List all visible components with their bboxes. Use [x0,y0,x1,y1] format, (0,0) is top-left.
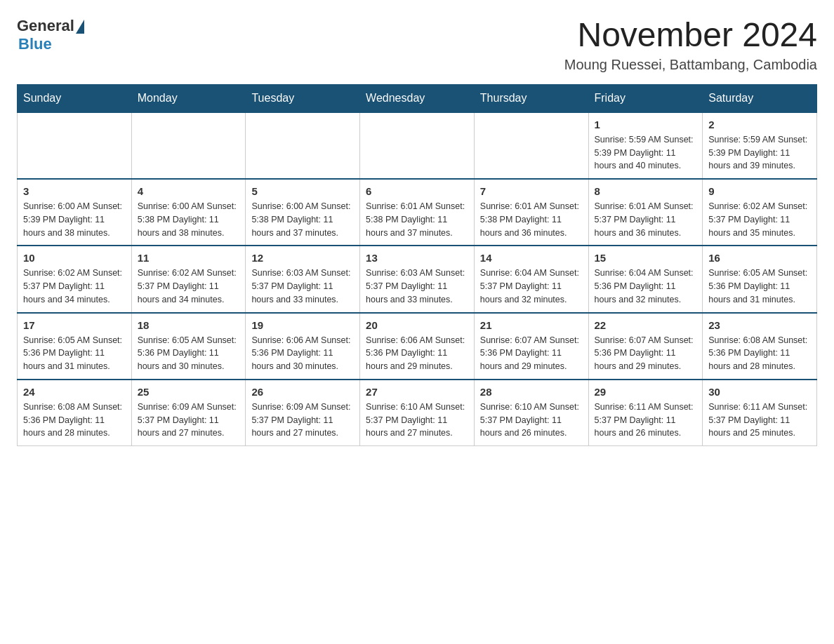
day-info: Sunrise: 6:05 AM Sunset: 5:36 PM Dayligh… [23,334,126,373]
day-info: Sunrise: 6:03 AM Sunset: 5:37 PM Dayligh… [366,267,468,306]
calendar-cell: 7Sunrise: 6:01 AM Sunset: 5:38 PM Daylig… [474,179,588,246]
day-number: 10 [23,252,126,264]
calendar-cell: 3Sunrise: 6:00 AM Sunset: 5:39 PM Daylig… [18,179,132,246]
calendar-header-monday: Monday [131,84,246,112]
calendar-cell: 17Sunrise: 6:05 AM Sunset: 5:36 PM Dayli… [18,313,132,380]
day-info: Sunrise: 6:08 AM Sunset: 5:36 PM Dayligh… [708,334,811,373]
day-number: 4 [138,185,240,197]
calendar-cell: 30Sunrise: 6:11 AM Sunset: 5:37 PM Dayli… [703,380,817,446]
day-info: Sunrise: 6:02 AM Sunset: 5:37 PM Dayligh… [708,200,811,239]
calendar-cell: 15Sunrise: 6:04 AM Sunset: 5:36 PM Dayli… [588,246,703,312]
day-number: 12 [251,252,354,264]
calendar-header-row: SundayMondayTuesdayWednesdayThursdayFrid… [18,84,817,112]
day-number: 27 [366,386,468,398]
day-number: 21 [480,319,583,331]
logo-blue: Blue [18,35,52,53]
day-info: Sunrise: 6:08 AM Sunset: 5:36 PM Dayligh… [23,401,126,440]
calendar-table: SundayMondayTuesdayWednesdayThursdayFrid… [17,84,817,446]
calendar-week-2: 3Sunrise: 6:00 AM Sunset: 5:39 PM Daylig… [18,179,817,246]
calendar-cell: 21Sunrise: 6:07 AM Sunset: 5:36 PM Dayli… [474,313,588,380]
calendar-cell: 26Sunrise: 6:09 AM Sunset: 5:37 PM Dayli… [246,380,360,446]
day-number: 19 [251,319,354,331]
day-number: 22 [595,319,697,331]
calendar-header-wednesday: Wednesday [360,84,475,112]
day-number: 23 [708,319,811,331]
day-number: 9 [708,185,811,197]
day-number: 18 [138,319,240,331]
day-info: Sunrise: 6:03 AM Sunset: 5:37 PM Dayligh… [251,267,354,306]
calendar-week-3: 10Sunrise: 6:02 AM Sunset: 5:37 PM Dayli… [18,246,817,312]
calendar-cell: 14Sunrise: 6:04 AM Sunset: 5:37 PM Dayli… [474,246,588,312]
logo: General Blue [17,17,84,53]
calendar-cell: 29Sunrise: 6:11 AM Sunset: 5:37 PM Dayli… [588,380,703,446]
calendar-cell: 24Sunrise: 6:08 AM Sunset: 5:36 PM Dayli… [18,380,132,446]
calendar-cell: 9Sunrise: 6:02 AM Sunset: 5:37 PM Daylig… [703,179,817,246]
calendar-cell [474,112,588,179]
day-info: Sunrise: 6:04 AM Sunset: 5:37 PM Dayligh… [480,267,583,306]
day-info: Sunrise: 6:05 AM Sunset: 5:36 PM Dayligh… [138,334,240,373]
day-number: 13 [366,252,468,264]
calendar-cell: 2Sunrise: 5:59 AM Sunset: 5:39 PM Daylig… [703,112,817,179]
day-info: Sunrise: 6:10 AM Sunset: 5:37 PM Dayligh… [366,401,468,440]
calendar-cell: 20Sunrise: 6:06 AM Sunset: 5:36 PM Dayli… [360,313,475,380]
calendar-cell [360,112,475,179]
calendar-cell: 18Sunrise: 6:05 AM Sunset: 5:36 PM Dayli… [131,313,246,380]
day-info: Sunrise: 6:04 AM Sunset: 5:36 PM Dayligh… [595,267,697,306]
calendar-cell: 28Sunrise: 6:10 AM Sunset: 5:37 PM Dayli… [474,380,588,446]
day-number: 24 [23,386,126,398]
day-info: Sunrise: 6:06 AM Sunset: 5:36 PM Dayligh… [251,334,354,373]
calendar-cell: 11Sunrise: 6:02 AM Sunset: 5:37 PM Dayli… [131,246,246,312]
day-number: 26 [251,386,354,398]
calendar-week-5: 24Sunrise: 6:08 AM Sunset: 5:36 PM Dayli… [18,380,817,446]
day-info: Sunrise: 6:07 AM Sunset: 5:36 PM Dayligh… [480,334,583,373]
day-info: Sunrise: 6:11 AM Sunset: 5:37 PM Dayligh… [708,401,811,440]
calendar-cell: 10Sunrise: 6:02 AM Sunset: 5:37 PM Dayli… [18,246,132,312]
month-title: November 2024 [564,17,817,54]
calendar-cell: 12Sunrise: 6:03 AM Sunset: 5:37 PM Dayli… [246,246,360,312]
calendar-cell: 13Sunrise: 6:03 AM Sunset: 5:37 PM Dayli… [360,246,475,312]
day-number: 5 [251,185,354,197]
day-info: Sunrise: 6:00 AM Sunset: 5:38 PM Dayligh… [251,200,354,239]
day-info: Sunrise: 6:09 AM Sunset: 5:37 PM Dayligh… [251,401,354,440]
logo-triangle-icon [76,20,84,34]
day-info: Sunrise: 6:01 AM Sunset: 5:38 PM Dayligh… [480,200,583,239]
day-number: 16 [708,252,811,264]
day-number: 29 [595,386,697,398]
day-number: 1 [595,119,697,130]
calendar-cell [246,112,360,179]
day-info: Sunrise: 6:02 AM Sunset: 5:37 PM Dayligh… [23,267,126,306]
calendar-cell: 16Sunrise: 6:05 AM Sunset: 5:36 PM Dayli… [703,246,817,312]
day-info: Sunrise: 6:00 AM Sunset: 5:38 PM Dayligh… [138,200,240,239]
day-info: Sunrise: 6:07 AM Sunset: 5:36 PM Dayligh… [595,334,697,373]
calendar-cell: 19Sunrise: 6:06 AM Sunset: 5:36 PM Dayli… [246,313,360,380]
day-number: 7 [480,185,583,197]
calendar-cell: 23Sunrise: 6:08 AM Sunset: 5:36 PM Dayli… [703,313,817,380]
calendar-cell: 6Sunrise: 6:01 AM Sunset: 5:38 PM Daylig… [360,179,475,246]
day-info: Sunrise: 6:01 AM Sunset: 5:38 PM Dayligh… [366,200,468,239]
day-number: 17 [23,319,126,331]
calendar-cell: 27Sunrise: 6:10 AM Sunset: 5:37 PM Dayli… [360,380,475,446]
calendar-header-thursday: Thursday [474,84,588,112]
calendar-cell [131,112,246,179]
day-info: Sunrise: 5:59 AM Sunset: 5:39 PM Dayligh… [595,133,697,173]
day-info: Sunrise: 6:02 AM Sunset: 5:37 PM Dayligh… [138,267,240,306]
calendar-header-saturday: Saturday [703,84,817,112]
day-number: 8 [595,185,697,197]
calendar-cell [18,112,132,179]
calendar-header-tuesday: Tuesday [246,84,360,112]
calendar-header-friday: Friday [588,84,703,112]
day-number: 15 [595,252,697,264]
page-header: General Blue November 2024 Moung Ruessei… [17,17,817,73]
day-number: 6 [366,185,468,197]
calendar-cell: 1Sunrise: 5:59 AM Sunset: 5:39 PM Daylig… [588,112,703,179]
calendar-cell: 8Sunrise: 6:01 AM Sunset: 5:37 PM Daylig… [588,179,703,246]
day-number: 28 [480,386,583,398]
day-number: 11 [138,252,240,264]
day-number: 30 [708,386,811,398]
day-info: Sunrise: 6:09 AM Sunset: 5:37 PM Dayligh… [138,401,240,440]
day-number: 20 [366,319,468,331]
calendar-cell: 5Sunrise: 6:00 AM Sunset: 5:38 PM Daylig… [246,179,360,246]
logo-general: General [17,17,74,35]
calendar-cell: 4Sunrise: 6:00 AM Sunset: 5:38 PM Daylig… [131,179,246,246]
day-number: 2 [708,119,811,130]
